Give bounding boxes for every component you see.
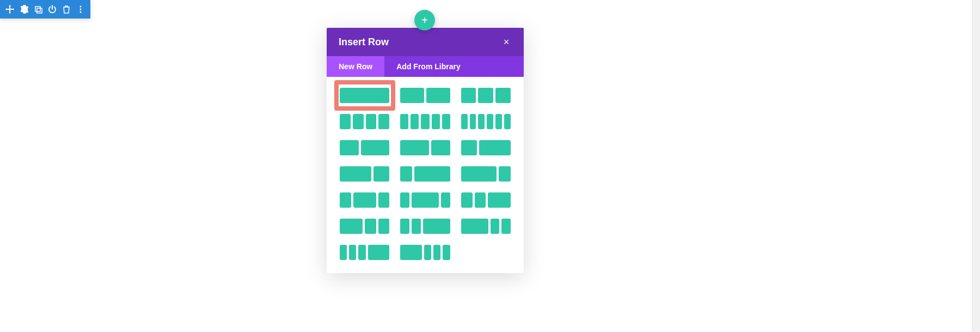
- trash-icon[interactable]: [60, 3, 73, 16]
- column-block: [461, 88, 476, 103]
- column-block: [353, 114, 364, 129]
- column-block: [414, 166, 450, 182]
- column-block: [378, 192, 390, 208]
- layout-1[interactable]: [340, 88, 389, 103]
- column-block: [400, 140, 428, 155]
- column-block: [495, 88, 511, 103]
- column-block: [353, 192, 376, 208]
- layout-1-5x5[interactable]: [400, 114, 450, 129]
- column-block: [426, 88, 450, 103]
- column-block: [488, 192, 511, 208]
- column-block: [491, 219, 500, 234]
- column-block: [400, 88, 424, 103]
- layout-2-3_1-3[interactable]: [340, 166, 389, 182]
- column-block: [442, 114, 450, 129]
- layout-3-5_2-5[interactable]: [400, 140, 450, 155]
- svg-point-2: [80, 6, 82, 8]
- column-block: [470, 114, 476, 129]
- column-block: [412, 219, 421, 234]
- column-block: [365, 219, 376, 234]
- svg-point-4: [80, 11, 82, 13]
- layout-3-4_1-4[interactable]: [461, 166, 511, 182]
- column-block: [411, 114, 419, 129]
- column-block: [443, 245, 450, 260]
- layout-1-4x4[interactable]: [340, 114, 389, 129]
- layout-1-2_1-2[interactable]: [400, 88, 450, 103]
- layout-1-3_2-3[interactable]: [461, 140, 511, 155]
- layout-1-4_1-2_1-4[interactable]: [340, 192, 389, 208]
- column-block: [478, 88, 493, 103]
- layout-1-5_3-5_1-5[interactable]: [400, 192, 450, 208]
- column-block: [499, 166, 511, 182]
- column-block: [400, 166, 412, 182]
- layout-1-6_1-6_1-6_1-2[interactable]: [340, 245, 389, 260]
- svg-point-3: [80, 9, 82, 10]
- column-block: [432, 114, 440, 129]
- column-block: [340, 245, 347, 260]
- layout-2-5_3-5[interactable]: [340, 140, 389, 155]
- column-block: [400, 219, 409, 234]
- column-block: [501, 219, 511, 234]
- column-block: [378, 219, 390, 234]
- tab-add-from-library[interactable]: Add From Library: [384, 56, 472, 77]
- layout-3-5_1-5_1-5[interactable]: [461, 219, 511, 234]
- column-block: [340, 192, 351, 208]
- layout-1-5_1-5_3-5[interactable]: [400, 219, 450, 234]
- column-block: [495, 114, 502, 129]
- column-block: [441, 192, 450, 208]
- column-block: [461, 166, 497, 182]
- column-block: [433, 245, 440, 260]
- column-block: [423, 219, 450, 234]
- modal-header: Insert Row ×: [327, 28, 524, 56]
- column-block: [340, 140, 359, 155]
- column-block: [479, 140, 511, 155]
- column-block: [340, 114, 351, 129]
- column-block: [349, 245, 356, 260]
- modal-tabs: New Row Add From Library: [327, 56, 524, 77]
- modal-body: [327, 77, 524, 273]
- layout-1-2_1-4_1-4[interactable]: [340, 219, 389, 234]
- column-block: [400, 192, 409, 208]
- column-block: [400, 245, 422, 260]
- modal-title: Insert Row: [339, 37, 389, 48]
- column-block: [368, 245, 390, 260]
- column-block: [361, 140, 389, 155]
- column-block: [421, 114, 429, 129]
- layout-1-6x6[interactable]: [461, 114, 511, 129]
- column-block: [400, 114, 408, 129]
- column-block: [461, 114, 468, 129]
- column-block: [340, 166, 371, 182]
- column-block: [412, 192, 439, 208]
- power-icon[interactable]: [46, 3, 59, 16]
- close-icon[interactable]: ×: [501, 37, 512, 47]
- column-block: [424, 245, 431, 260]
- column-block: [431, 140, 450, 155]
- column-block: [487, 114, 493, 129]
- column-block: [504, 114, 511, 129]
- column-block: [366, 114, 377, 129]
- column-block: [461, 219, 488, 234]
- plus-icon: +: [421, 14, 428, 27]
- column-block: [461, 192, 473, 208]
- gear-icon[interactable]: [17, 3, 30, 16]
- add-button[interactable]: +: [414, 10, 435, 31]
- column-block: [373, 166, 389, 182]
- column-block: [475, 192, 486, 208]
- column-block: [358, 245, 365, 260]
- svg-rect-0: [35, 7, 40, 11]
- tab-new-row[interactable]: New Row: [327, 56, 384, 77]
- scrollbar-track[interactable]: [972, 0, 980, 332]
- svg-rect-1: [37, 8, 42, 13]
- column-block: [340, 88, 389, 103]
- more-icon[interactable]: [74, 3, 87, 16]
- layout-1-4_1-4_1-2[interactable]: [461, 192, 511, 208]
- layout-1-3_1-3_1-3[interactable]: [461, 88, 511, 103]
- layout-grid: [340, 88, 511, 260]
- column-block: [378, 114, 389, 129]
- move-icon[interactable]: [3, 3, 16, 16]
- insert-row-modal: Insert Row × New Row Add From Library: [327, 28, 524, 273]
- duplicate-icon[interactable]: [32, 3, 45, 16]
- layout-1-2_1-6_1-6_1-6[interactable]: [400, 245, 450, 260]
- column-block: [461, 140, 477, 155]
- layout-1-4_3-4[interactable]: [400, 166, 450, 182]
